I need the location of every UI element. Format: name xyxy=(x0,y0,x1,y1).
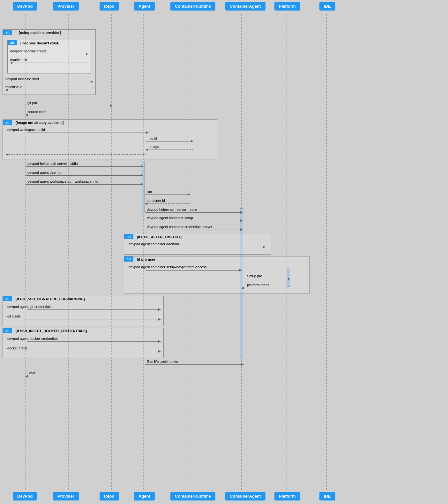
msg-container-creds-arrow xyxy=(145,230,243,230)
msg-docker-credentials-label: devpod agent docker-credentials xyxy=(7,337,58,340)
msg-machine-create-label: devpod machine create xyxy=(10,49,47,53)
alt-label-pro-user: alt xyxy=(124,256,133,262)
msg-machine-id-1-arrow xyxy=(10,63,88,63)
msg-image-label: image xyxy=(150,145,159,149)
msg-git-credentials-arrow xyxy=(27,309,161,310)
bottom-participant-bar: DevPod Provider Repo Agent ContainerRunt… xyxy=(0,490,448,504)
msg-docker-creds-arrow xyxy=(27,351,161,351)
msg-workspace-up-arrow xyxy=(26,184,143,185)
msg-setup-loft-label: devpod agent container setup-loft-platfo… xyxy=(129,265,207,269)
participant-containeragent-bottom: ContainerAgent xyxy=(225,492,265,500)
alt-box-exit-timeout: alt [if EXIT_AFTER_TIMEOUT] devpod agent… xyxy=(124,234,271,255)
msg-setup-pro-arrow xyxy=(242,279,290,279)
msg-agent-daemon-arrow xyxy=(26,175,143,176)
msg-git-credentials-label: devpod agent git-credentials xyxy=(7,305,51,309)
msg-git-pull-label: git pull xyxy=(27,101,38,105)
msg-machine-id-1-label: machine id xyxy=(10,58,27,62)
activation-platform xyxy=(287,268,290,287)
participant-ide-top: IDE xyxy=(319,2,335,11)
alt-box-image-not-available: alt [image not already available] devpod… xyxy=(3,119,217,159)
msg-helper-ssh-arrow xyxy=(145,212,243,213)
msg-workspace-up-label: devpod agent workspace up --workspace-in… xyxy=(27,179,98,183)
msg-machine-start-arrow xyxy=(5,82,93,82)
alt-condition-git-ssh: [if GIT_SSH_SIGNATURE_FORWARDING] xyxy=(16,297,85,301)
top-participant-bar: DevPod Provider Repo Agent ContainerRunt… xyxy=(0,0,448,14)
alt-label-ssh-docker: alt xyxy=(3,328,12,333)
msg-git-creds-arrow xyxy=(27,319,161,319)
lifeline-repo xyxy=(111,14,112,490)
msg-docker-creds-label: docker creds xyxy=(7,346,27,350)
msg-git-creds-label: git creds xyxy=(7,314,21,318)
alt-box-machine-provider: alt [using machine provider] alt [machin… xyxy=(3,29,96,95)
msg-workspace-build-arrow xyxy=(27,133,148,133)
msg-lifecycle-hooks-arrow xyxy=(145,364,243,365)
alt-label-git-ssh: alt xyxy=(3,296,12,301)
msg-run-label: run xyxy=(147,190,152,194)
msg-workspace-build-label: devpod workspace build xyxy=(7,128,45,132)
msg-platform-creds-arrow xyxy=(242,288,290,288)
msg-machine-create-arrow xyxy=(10,54,88,54)
participant-containeragent-top: ContainerAgent xyxy=(225,2,265,11)
alt-condition-machine-provider: [using machine provider] xyxy=(19,31,61,34)
msg-run-arrow xyxy=(145,195,190,195)
participant-repo-bottom: Repo xyxy=(100,492,119,500)
alt-box-ssh-docker: alt [if SSH_INJECT_DOCKER_CREDENTIALS] d… xyxy=(3,328,164,358)
participant-agent-bottom: Agent xyxy=(134,492,155,500)
alt-label-image: alt xyxy=(3,120,12,125)
alt-box-git-ssh: alt [if GIT_SSH_SIGNATURE_FORWARDING] de… xyxy=(3,296,164,326)
msg-ssh-server-label: devpod helper ssh-server --stdio xyxy=(27,162,78,165)
alt-condition-pro-user: [if pro user] xyxy=(137,257,156,261)
msg-git-pull-arrow xyxy=(26,106,112,106)
msg-image-arrow xyxy=(146,149,193,150)
participant-devpod-bottom: DevPod xyxy=(13,492,37,500)
participant-ide-bottom: IDE xyxy=(319,492,335,500)
msg-container-setup-arrow xyxy=(145,221,243,221)
msg-ssh-server-arrow xyxy=(26,166,143,167)
msg-setup-loft-arrow xyxy=(146,270,242,271)
msg-container-daemon-arrow xyxy=(146,247,265,247)
msg-start-label: Start xyxy=(27,371,35,375)
alt-condition-image: [image not already available] xyxy=(16,121,63,125)
msg-platform-creds-label: platform creds xyxy=(247,283,269,287)
activation-agent-1 xyxy=(142,161,145,212)
participant-provider-bottom: Provider xyxy=(53,492,79,500)
participant-devpod-top: DevPod xyxy=(13,2,37,11)
alt-condition-exit-timeout: [if EXIT_AFTER_TIMEOUT] xyxy=(137,235,182,239)
alt-label-machine-provider: alt xyxy=(3,30,12,35)
msg-start-arrow xyxy=(26,376,145,376)
alt-label-machine-not-exist: alt xyxy=(8,40,17,45)
participant-containerruntime-top: ContainerRuntime xyxy=(170,2,215,11)
msg-container-setup-label: devpod agent container setup xyxy=(147,216,193,220)
msg-container-id-label: container id xyxy=(147,199,165,202)
msg-build-label: build xyxy=(150,136,157,140)
msg-build-arrow xyxy=(146,141,193,141)
participant-containerruntime-bottom: ContainerRuntime xyxy=(170,492,215,500)
msg-machine-start-label: devpod machine start xyxy=(5,77,39,81)
lifeline-ide xyxy=(326,14,327,490)
participant-provider-top: Provider xyxy=(53,2,79,11)
msg-setup-pro-label: Setup pro xyxy=(247,274,262,278)
alt-label-exit-timeout: alt xyxy=(124,234,133,239)
msg-source-code-arrow xyxy=(26,115,112,115)
msg-container-id-arrow xyxy=(145,203,190,204)
participant-platform-top: Platform xyxy=(274,2,300,11)
msg-helper-ssh-label: devpod helper ssh-server --stdio xyxy=(147,208,197,211)
msg-docker-credentials-arrow xyxy=(27,341,161,342)
alt-box-pro-user: alt [if pro user] devpod agent container… xyxy=(124,256,310,294)
diagram-area: alt [using machine provider] alt [machin… xyxy=(0,14,448,490)
msg-source-code-label: source code xyxy=(27,110,47,114)
alt-condition-ssh-docker: [if SSH_INJECT_DOCKER_CREDENTIALS] xyxy=(16,329,87,333)
msg-lifecycle-hooks-label: Run life cycle hooks xyxy=(147,360,178,363)
msg-container-creds-label: devpod agent container credentials-serve… xyxy=(147,225,212,229)
participant-agent-top: Agent xyxy=(134,2,155,11)
alt-condition-machine-not-exist: [machine doesn't exist] xyxy=(20,41,59,45)
msg-container-daemon-label: devpod agent container daemon xyxy=(129,242,179,246)
alt-box-machine-not-exist: alt [machine doesn't exist] devpod machi… xyxy=(7,40,91,73)
participant-platform-bottom: Platform xyxy=(274,492,300,500)
msg-agent-daemon-label: devpod agent daemon xyxy=(27,171,62,174)
msg-machine-id-2-label: machine id xyxy=(5,85,22,89)
participant-repo-top: Repo xyxy=(100,2,119,11)
msg-machine-id-2-arrow xyxy=(5,90,93,90)
msg-image-return-devpod-arrow xyxy=(6,154,146,155)
lifeline-platform xyxy=(287,14,287,490)
